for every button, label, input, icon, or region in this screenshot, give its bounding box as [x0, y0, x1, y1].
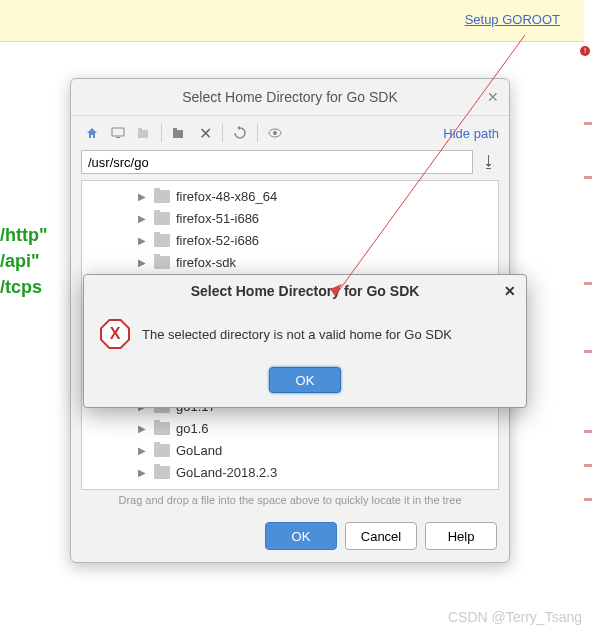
watermark: CSDN @Terry_Tsang [448, 609, 582, 625]
svg-rect-1 [116, 137, 120, 138]
svg-rect-3 [138, 128, 142, 130]
drag-drop-hint: Drag and drop a file into the space abov… [71, 490, 509, 514]
dialog-title: Select Home Directory for Go SDK ✕ [71, 79, 509, 116]
expand-arrow-icon[interactable]: ▶ [138, 235, 150, 246]
show-hidden-icon[interactable] [264, 122, 286, 144]
alert-message: The selected directory is not a valid ho… [142, 327, 452, 342]
svg-rect-5 [173, 128, 177, 130]
error-icon: X [100, 319, 130, 349]
tree-item-label: firefox-52-i686 [176, 233, 259, 248]
expand-arrow-icon[interactable]: ▶ [138, 257, 150, 268]
svg-rect-4 [173, 130, 183, 138]
tree-item[interactable]: ▶GoLand [82, 439, 498, 461]
setup-goroot-link[interactable]: Setup GOROOT [465, 12, 560, 27]
svg-point-7 [273, 131, 277, 135]
svg-rect-0 [112, 128, 124, 136]
help-button[interactable]: Help [425, 522, 497, 550]
home-icon[interactable] [81, 122, 103, 144]
project-icon[interactable] [133, 122, 155, 144]
folder-icon [154, 444, 170, 457]
tree-item-label: go1.6 [176, 421, 209, 436]
delete-icon[interactable]: ✕ [194, 122, 216, 144]
path-input[interactable] [81, 150, 473, 174]
desktop-icon[interactable] [107, 122, 129, 144]
tree-item[interactable]: ▶go1.6 [82, 417, 498, 439]
tree-item[interactable]: ▶firefox-51-i686 [82, 207, 498, 229]
tree-item-label: GoLand-2018.2.3 [176, 465, 277, 480]
error-alert-dialog: Select Home Directory for Go SDK ✕ X The… [83, 274, 527, 408]
folder-icon [154, 234, 170, 247]
gutter-marks [584, 0, 592, 631]
alert-title: Select Home Directory for Go SDK ✕ [84, 275, 526, 307]
expand-arrow-icon[interactable]: ▶ [138, 423, 150, 434]
expand-arrow-icon[interactable]: ▶ [138, 191, 150, 202]
folder-icon [154, 466, 170, 479]
folder-icon [154, 422, 170, 435]
refresh-icon[interactable] [229, 122, 251, 144]
tree-item-label: firefox-51-i686 [176, 211, 259, 226]
tree-item-label: firefox-sdk [176, 255, 236, 270]
expand-arrow-icon[interactable]: ▶ [138, 445, 150, 456]
close-icon[interactable]: ✕ [504, 283, 516, 299]
tree-item-label: firefox-48-x86_64 [176, 189, 277, 204]
alert-ok-button[interactable]: OK [269, 367, 341, 393]
folder-icon [154, 212, 170, 225]
background-code: /http" /api" /tcps [0, 222, 48, 300]
cancel-button[interactable]: Cancel [345, 522, 417, 550]
folder-icon [154, 256, 170, 269]
new-folder-icon[interactable] [168, 122, 190, 144]
tree-item[interactable]: ▶firefox-48-x86_64 [82, 185, 498, 207]
expand-arrow-icon[interactable]: ▶ [138, 467, 150, 478]
close-icon[interactable]: ✕ [487, 89, 499, 105]
dialog-toolbar: ✕ Hide path [71, 116, 509, 150]
tree-item-label: GoLand [176, 443, 222, 458]
svg-rect-2 [138, 130, 148, 138]
folder-icon [154, 190, 170, 203]
notification-banner: Setup GOROOT [0, 0, 584, 42]
ok-button[interactable]: OK [265, 522, 337, 550]
hide-path-link[interactable]: Hide path [443, 126, 499, 141]
expand-arrow-icon[interactable]: ▶ [138, 213, 150, 224]
tree-item[interactable]: ▶GoLand-2018.2.3 [82, 461, 498, 483]
tree-item[interactable]: ▶firefox-sdk [82, 251, 498, 273]
tree-item[interactable]: ▶firefox-52-i686 [82, 229, 498, 251]
history-icon[interactable]: ⭳ [479, 150, 499, 174]
